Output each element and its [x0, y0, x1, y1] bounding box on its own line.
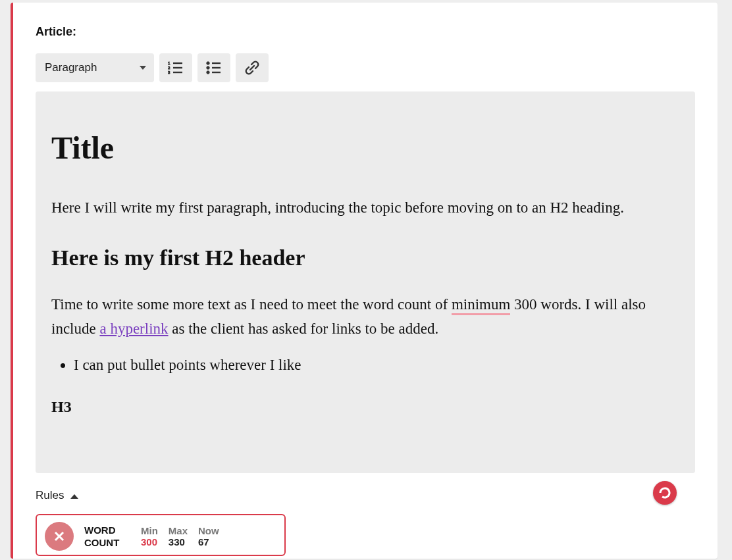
article-h3[interactable]: H3	[51, 394, 679, 419]
article-paragraph[interactable]: Here I will write my first paragraph, in…	[51, 196, 679, 220]
svg-point-6	[207, 62, 209, 64]
metric-label: Now	[198, 525, 219, 536]
chevron-up-icon	[70, 494, 78, 499]
article-card: Article: Paragraph 1 2 3	[11, 3, 718, 559]
ordered-list-icon: 1 2 3	[168, 61, 184, 75]
metric-label: Max	[169, 525, 188, 536]
block-type-dropdown[interactable]: Paragraph	[36, 53, 154, 82]
word-count-rule: WORD COUNT Min 300 Max 330 Now 67	[36, 514, 286, 556]
error-icon	[45, 522, 74, 551]
metric-value: 67	[198, 536, 219, 547]
close-icon	[53, 530, 66, 543]
svg-point-8	[207, 66, 209, 69]
rules-toggle[interactable]: Rules	[36, 489, 695, 502]
text-span: Time to write some more text as I need t…	[51, 296, 452, 313]
article-editor[interactable]: Title Here I will write my first paragra…	[36, 91, 695, 473]
rule-title: WORD COUNT	[84, 524, 130, 549]
editor-toolbar: Paragraph 1 2 3	[36, 53, 695, 82]
svg-point-10	[207, 71, 209, 74]
article-label: Article:	[36, 25, 695, 39]
hyperlink[interactable]: a hyperlink	[99, 320, 168, 337]
link-button[interactable]	[236, 53, 269, 82]
article-h2[interactable]: Here is my first H2 header	[51, 240, 679, 276]
metric-value: 300	[141, 536, 158, 547]
bullet-list[interactable]: I can put bullet points wherever I like	[74, 353, 679, 378]
metric-now: Now 67	[198, 525, 219, 547]
list-item[interactable]: I can put bullet points wherever I like	[74, 353, 679, 378]
loading-arc-icon	[658, 486, 672, 500]
spellcheck-underline[interactable]: minimum	[452, 296, 510, 315]
rule-metrics: Min 300 Max 330 Now 67	[141, 525, 219, 547]
metric-max: Max 330	[169, 525, 188, 547]
article-paragraph[interactable]: Time to write some more text as I need t…	[51, 293, 679, 342]
metric-min: Min 300	[141, 525, 158, 547]
metric-label: Min	[141, 525, 158, 536]
grammarly-fab[interactable]	[653, 481, 677, 505]
link-icon	[244, 61, 261, 75]
article-title[interactable]: Title	[51, 123, 679, 174]
metric-value: 330	[169, 536, 188, 547]
text-span: as the client has asked for links to be …	[169, 320, 439, 337]
svg-text:2: 2	[168, 66, 170, 70]
rules-label: Rules	[36, 489, 64, 502]
svg-text:3: 3	[168, 70, 170, 74]
unordered-list-icon	[206, 61, 222, 75]
unordered-list-button[interactable]	[197, 53, 230, 82]
ordered-list-button[interactable]: 1 2 3	[159, 53, 192, 82]
svg-text:1: 1	[168, 61, 170, 65]
caret-down-icon	[140, 66, 146, 70]
block-type-value: Paragraph	[45, 61, 97, 74]
